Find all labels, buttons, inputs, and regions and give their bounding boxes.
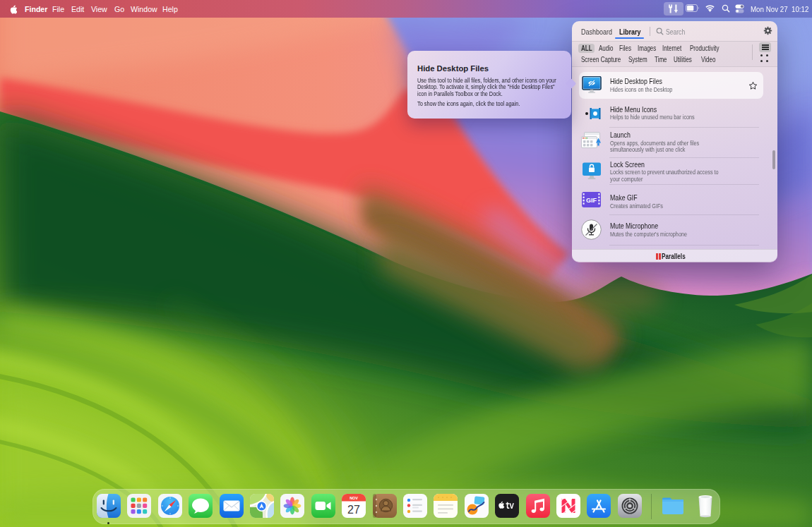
svg-text:NOV: NOV <box>350 496 358 500</box>
svg-text:GIF: GIF <box>586 197 597 204</box>
svg-text:27: 27 <box>347 503 360 515</box>
